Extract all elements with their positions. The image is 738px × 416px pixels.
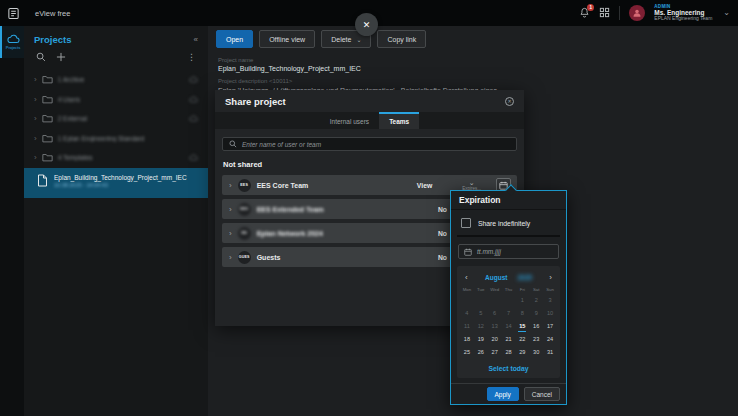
share-indefinitely-label: Share indefinitely: [478, 220, 530, 227]
rail-item-projects[interactable]: Projects: [0, 26, 24, 58]
close-project-view-button[interactable]: ✕: [355, 13, 378, 36]
calendar-day-2[interactable]: 2: [529, 294, 543, 307]
calendar-day-9[interactable]: 9: [529, 307, 543, 320]
calendar-day-12[interactable]: 12: [474, 320, 488, 333]
cancel-button[interactable]: Cancel: [524, 387, 560, 401]
select-today-link[interactable]: Select today: [460, 365, 557, 372]
add-project-icon[interactable]: [56, 52, 66, 62]
copy-link-button[interactable]: Copy link: [377, 30, 426, 48]
chevron-right-icon[interactable]: ›: [229, 181, 232, 190]
calendar-day-1[interactable]: 1: [515, 294, 529, 307]
calendar-month[interactable]: August: [485, 274, 507, 281]
calendar-day-3[interactable]: 3: [543, 294, 557, 307]
calendar-day-13[interactable]: 13: [488, 320, 502, 333]
tab-internal-users[interactable]: Internal users: [320, 112, 379, 129]
tree-item[interactable]: ›2 External: [24, 109, 208, 129]
access-level-value[interactable]: No: [438, 206, 447, 213]
calendar-day-24[interactable]: 24: [543, 333, 557, 346]
collapse-sidebar-icon[interactable]: «: [194, 35, 198, 44]
calendar-day-6[interactable]: 6: [488, 307, 502, 320]
user-avatar[interactable]: [629, 5, 645, 21]
calendar-day-10[interactable]: 10: [543, 307, 557, 320]
calendar-day-22[interactable]: 22: [515, 333, 529, 346]
calendar-day-16[interactable]: 16: [529, 320, 543, 333]
access-level-value[interactable]: View: [417, 182, 432, 189]
chevron-down-icon[interactable]: ⌄: [723, 8, 730, 17]
team-badge: EES: [238, 179, 251, 192]
calendar-day-31[interactable]: 31: [543, 346, 557, 359]
chevron-right-icon: ›: [34, 153, 37, 162]
calendar-day-14[interactable]: 14: [502, 320, 516, 333]
open-button[interactable]: Open: [216, 30, 253, 48]
chevron-right-icon[interactable]: ›: [229, 253, 232, 262]
project-tree: ›1 Archive›4 Users›2 External›1 Eplan En…: [24, 70, 208, 168]
access-level-value[interactable]: No: [438, 230, 447, 237]
calendar-day-27[interactable]: 27: [488, 346, 502, 359]
calendar-day-30[interactable]: 30: [529, 346, 543, 359]
calendar-day-21[interactable]: 21: [502, 333, 516, 346]
tree-item-label: 4 Users: [58, 96, 184, 103]
calendar-day-4[interactable]: 4: [460, 307, 474, 320]
chevron-right-icon: ›: [34, 75, 37, 84]
apply-button[interactable]: Apply: [487, 387, 519, 401]
weekday-label: Mon: [460, 287, 474, 292]
chevron-right-icon[interactable]: ›: [229, 229, 232, 238]
calendar-weekdays: MonTueWedThuFriSatSun: [460, 287, 557, 292]
calendar-grid: 1234567891011121314151617181920212223242…: [460, 294, 557, 359]
folder-icon: [42, 95, 53, 104]
topbar-divider: [619, 6, 620, 20]
tree-item-label: 1 Archive: [58, 76, 184, 83]
share-indefinitely-checkbox[interactable]: [461, 218, 471, 228]
tree-item[interactable]: ›4 Templates: [24, 148, 208, 168]
weekday-label: Tue: [474, 287, 488, 292]
folder-icon: [42, 134, 53, 143]
tree-item[interactable]: ›4 Users: [24, 90, 208, 110]
previous-month-icon[interactable]: ‹: [465, 273, 475, 282]
calendar-day-15[interactable]: 15: [515, 320, 529, 333]
calendar-day-8[interactable]: 8: [515, 307, 529, 320]
tree-item[interactable]: ›1 Archive: [24, 70, 208, 90]
project-name-value: Eplan_Building_Technology_Project_mm_IEC: [218, 65, 738, 72]
calendar-day-5[interactable]: 5: [474, 307, 488, 320]
access-level-value[interactable]: No: [438, 254, 447, 261]
calendar-day-26[interactable]: 26: [474, 346, 488, 359]
calendar-day-17[interactable]: 17: [543, 320, 557, 333]
calendar-empty-cell: [474, 294, 488, 307]
calendar-day-18[interactable]: 18: [460, 333, 474, 346]
notifications-button[interactable]: 1: [579, 7, 590, 18]
chevron-right-icon: ›: [34, 95, 37, 104]
team-search-input[interactable]: Enter name of user or team: [222, 137, 517, 151]
user-menu[interactable]: ADMIN Ms. Engineering EPLAN Engineering …: [654, 4, 712, 22]
selected-project-item[interactable]: Eplan_Building_Technology_Project_mm_IEC…: [24, 168, 208, 198]
sidebar-menu-icon[interactable]: ⋮: [187, 52, 196, 62]
tree-item[interactable]: ›1 Eplan Engineering Standard: [24, 129, 208, 149]
calendar-day-28[interactable]: 28: [502, 346, 516, 359]
expiration-date-input[interactable]: tt.mm.jjjj: [458, 244, 559, 259]
sidebar-title: Projects: [34, 34, 72, 45]
calendar-day-7[interactable]: 7: [502, 307, 516, 320]
cloud-icon: [189, 115, 198, 122]
project-name-label: Project name: [218, 57, 738, 63]
chevron-right-icon[interactable]: ›: [229, 205, 232, 214]
dialog-close-icon[interactable]: ✕: [505, 97, 514, 106]
calendar-day-23[interactable]: 23: [529, 333, 543, 346]
calendar-empty-cell: [460, 294, 474, 307]
search-icon[interactable]: [36, 52, 46, 62]
offline-view-button[interactable]: Offline view: [259, 30, 315, 48]
app-switcher-button[interactable]: [599, 7, 610, 18]
tree-item-label: 2 External: [58, 115, 184, 122]
next-month-icon[interactable]: ›: [542, 273, 552, 282]
chevron-down-icon[interactable]: ⌄: [469, 179, 475, 186]
calendar-day-29[interactable]: 29: [515, 346, 529, 359]
chevron-right-icon: ›: [34, 134, 37, 143]
calendar-day-19[interactable]: 19: [474, 333, 488, 346]
calendar-day-11[interactable]: 11: [460, 320, 474, 333]
calendar-day-20[interactable]: 20: [488, 333, 502, 346]
team-name: Guests: [257, 254, 281, 261]
tab-teams[interactable]: Teams: [379, 112, 419, 129]
weekday-label: Thu: [502, 287, 516, 292]
notification-badge: 1: [587, 4, 594, 11]
calendar-day-25[interactable]: 25: [460, 346, 474, 359]
search-placeholder: Enter name of user or team: [242, 141, 321, 148]
calendar-year[interactable]: 2025: [517, 274, 531, 281]
